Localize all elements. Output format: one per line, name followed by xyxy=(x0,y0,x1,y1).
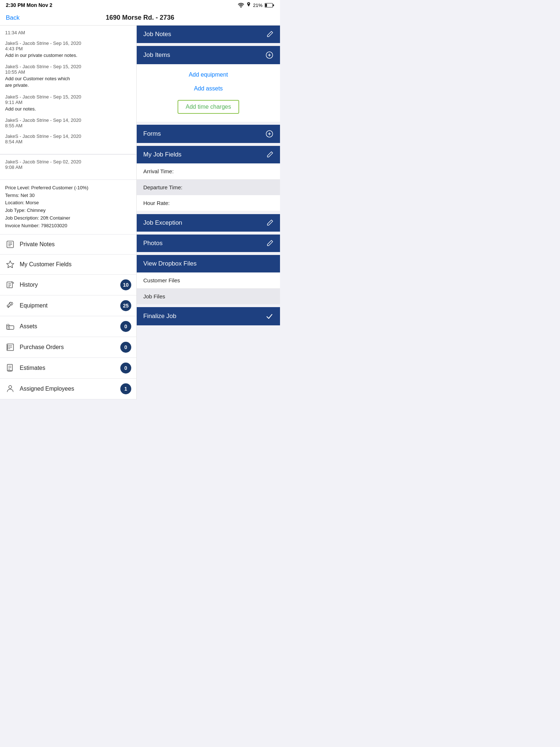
departure-time-field: Departure Time: xyxy=(137,179,280,195)
back-button[interactable]: Back xyxy=(6,14,20,22)
note-meta: 11:34 AM xyxy=(5,30,131,35)
sidebar-item-label: My Customer Fields xyxy=(20,261,131,268)
location-icon xyxy=(246,2,251,8)
history-badge: 10 xyxy=(120,279,131,290)
job-items-content: Add equipment Add assets Add time charge… xyxy=(137,64,280,122)
note-meta: JakeS - Jacob Strine - Sep 14, 20208:55 … xyxy=(5,117,131,128)
checkmark-icon[interactable] xyxy=(265,312,273,320)
sidebar-item-label: Assigned Employees xyxy=(20,386,120,392)
sidebar-item-label: Assets xyxy=(20,323,120,330)
forms-header: Forms xyxy=(137,125,280,143)
pencil-icon[interactable] xyxy=(266,219,273,227)
arrival-time-field: Arrival Time: xyxy=(137,163,280,179)
view-dropbox-header[interactable]: View Dropbox Files xyxy=(137,255,280,272)
info-line: Job Type: Chimney xyxy=(5,207,131,214)
add-time-charges-button[interactable]: Add time charges xyxy=(178,100,239,114)
add-assets-link[interactable]: Add assets xyxy=(137,82,280,96)
job-items-header: Job Items xyxy=(137,46,280,64)
person-icon xyxy=(5,384,15,394)
sidebar-item-purchase-orders[interactable]: Purchase Orders 0 xyxy=(0,337,136,358)
my-job-fields-title: My Job Fields xyxy=(143,151,182,158)
plus-circle-icon[interactable] xyxy=(265,130,273,138)
right-column: Job Notes Job Items Add equipment Add as… xyxy=(137,26,280,399)
sidebar-item-label: Purchase Orders xyxy=(20,344,120,351)
note-entry: JakeS - Jacob Strine - Sep 16, 20204:43 … xyxy=(5,40,131,59)
finalize-job-title: Finalize Job xyxy=(143,313,176,320)
notes-icon xyxy=(5,239,15,249)
note-text: Add in our private customer notes. xyxy=(5,52,131,59)
svg-rect-1 xyxy=(265,4,267,7)
info-line: Price Level: Preferred Customer (-10%) xyxy=(5,184,131,192)
sidebar-item-label: Estimates xyxy=(20,365,120,371)
svg-point-26 xyxy=(9,386,12,388)
job-exception-title: Job Exception xyxy=(143,219,182,227)
job-items-title: Job Items xyxy=(143,51,170,59)
sidebar-item-private-notes[interactable]: Private Notes xyxy=(0,235,136,255)
estimates-icon xyxy=(5,363,15,373)
pencil-icon[interactable] xyxy=(266,240,273,247)
page-header: Back 1690 Morse Rd. - 2736 xyxy=(0,10,280,26)
note-entry: 11:34 AM xyxy=(5,30,131,35)
wifi-icon xyxy=(238,3,244,8)
finalize-job-header[interactable]: Finalize Job xyxy=(137,307,280,325)
status-icons: 21% xyxy=(238,2,274,8)
notes-area: 11:34 AM JakeS - Jacob Strine - Sep 16, … xyxy=(0,26,136,154)
plus-circle-icon[interactable] xyxy=(265,51,273,59)
status-time: 2:30 PM Mon Nov 2 xyxy=(6,2,52,8)
customer-files-row: Customer Files xyxy=(137,272,280,289)
star-icon xyxy=(5,259,15,270)
job-files-row: Job Files xyxy=(137,289,280,304)
add-equipment-link[interactable]: Add equipment xyxy=(137,68,280,82)
note-entry: JakeS - Jacob Strine - Sep 15, 20209:11 … xyxy=(5,94,131,112)
job-notes-header: Job Notes xyxy=(137,26,280,43)
info-line: Invoice Number: 7982103020 xyxy=(5,222,131,230)
svg-rect-15 xyxy=(8,327,9,329)
equipment-badge: 25 xyxy=(120,300,131,311)
svg-rect-14 xyxy=(7,326,14,329)
page-title: 1690 Morse Rd. - 2736 xyxy=(106,14,174,22)
job-notes-title: Job Notes xyxy=(143,31,171,38)
sidebar-item-label: Private Notes xyxy=(20,241,131,248)
notes-area-2: JakeS - Jacob Strine - Sep 02, 20209:08 … xyxy=(0,154,136,180)
sidebar-item-equipment[interactable]: Equipment 25 xyxy=(0,295,136,316)
info-line: Job Description: 20ft Container xyxy=(5,214,131,222)
note-text: Add our notes. xyxy=(5,106,131,112)
left-column: 11:34 AM JakeS - Jacob Strine - Sep 16, … xyxy=(0,26,137,399)
estimates-badge: 0 xyxy=(120,363,131,374)
sidebar-item-label: Equipment xyxy=(20,302,120,309)
note-text: Add our Customer notes whichare private. xyxy=(5,76,131,89)
pencil-icon[interactable] xyxy=(266,31,273,38)
po-icon xyxy=(5,342,15,352)
status-bar: 2:30 PM Mon Nov 2 21% xyxy=(0,0,280,10)
note-entry: JakeS - Jacob Strine - Sep 14, 20208:54 … xyxy=(5,133,131,144)
info-line: Terms: Net 30 xyxy=(5,192,131,200)
sidebar-item-assigned-employees[interactable]: Assigned Employees 1 xyxy=(0,379,136,399)
sidebar-item-label: History xyxy=(20,282,120,288)
view-dropbox-title: View Dropbox Files xyxy=(143,260,197,267)
sidebar-item-history[interactable]: History 10 xyxy=(0,275,136,295)
forms-title: Forms xyxy=(143,130,161,138)
note-meta: JakeS - Jacob Strine - Sep 02, 20209:08 … xyxy=(5,159,131,170)
sidebar-item-my-customer-fields[interactable]: My Customer Fields xyxy=(0,255,136,275)
note-entry: JakeS - Jacob Strine - Sep 02, 20209:08 … xyxy=(5,159,131,170)
note-meta: JakeS - Jacob Strine - Sep 15, 202010:55… xyxy=(5,64,131,75)
wrench-icon xyxy=(5,301,15,311)
assigned-employees-badge: 1 xyxy=(120,383,131,394)
job-exception-header: Job Exception xyxy=(137,214,280,232)
sidebar-item-assets[interactable]: Assets 0 xyxy=(0,316,136,337)
svg-rect-2 xyxy=(273,4,274,6)
note-meta: JakeS - Jacob Strine - Sep 14, 20208:54 … xyxy=(5,133,131,144)
note-entry: JakeS - Jacob Strine - Sep 14, 20208:55 … xyxy=(5,117,131,128)
sidebar-item-estimates[interactable]: Estimates 0 xyxy=(0,358,136,379)
info-line: Location: Morse xyxy=(5,199,131,207)
battery-icon xyxy=(265,3,274,8)
note-meta: JakeS - Jacob Strine - Sep 15, 20209:11 … xyxy=(5,94,131,105)
history-icon xyxy=(5,280,15,290)
svg-marker-7 xyxy=(7,261,14,268)
info-area: Price Level: Preferred Customer (-10%) T… xyxy=(0,180,136,235)
note-entry: JakeS - Jacob Strine - Sep 15, 202010:55… xyxy=(5,64,131,89)
po-badge: 0 xyxy=(120,342,131,353)
photos-title: Photos xyxy=(143,240,163,247)
assets-icon xyxy=(5,321,15,332)
pencil-icon[interactable] xyxy=(266,151,273,158)
